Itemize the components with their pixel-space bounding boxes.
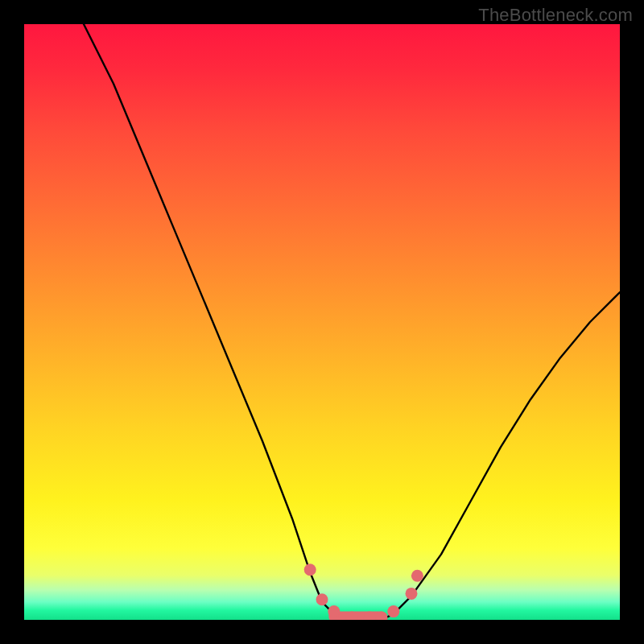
curve-markers — [304, 564, 423, 620]
curve-svg — [24, 24, 620, 620]
right-mid-dot — [387, 605, 399, 617]
right-top-dot — [411, 570, 423, 582]
right-upper-dot — [406, 588, 418, 600]
watermark-label: TheBottleneck.com — [478, 5, 633, 26]
plot-area — [24, 24, 620, 620]
left-mid-dot — [316, 593, 328, 605]
chart-frame: TheBottleneck.com — [0, 0, 644, 644]
flat-dot-1 — [328, 605, 340, 617]
left-upper-dot — [304, 564, 316, 576]
bottleneck-curve — [84, 24, 620, 620]
